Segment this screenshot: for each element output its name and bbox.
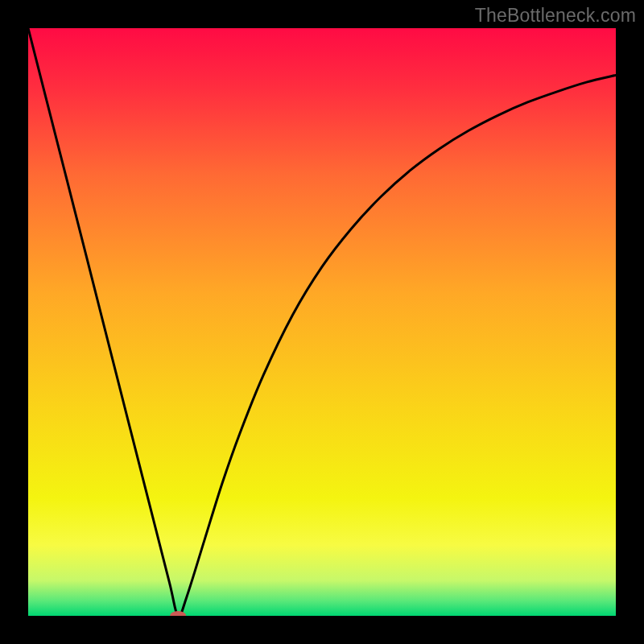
watermark-text: TheBottleneck.com (475, 5, 636, 27)
gradient-background (28, 28, 616, 616)
plot-area (28, 28, 616, 616)
chart-frame: TheBottleneck.com (0, 0, 644, 644)
bottleneck-chart (28, 28, 616, 616)
